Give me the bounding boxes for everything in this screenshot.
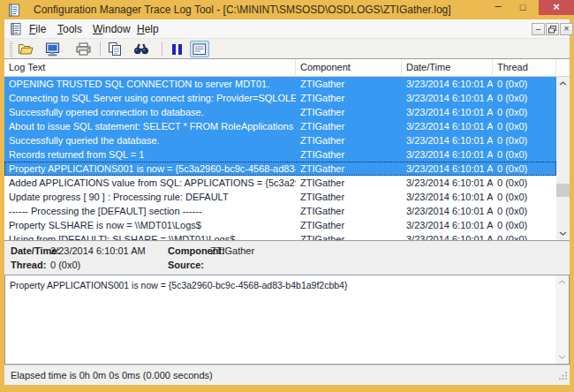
log-row[interactable]: Using from [DEFAULT]: SLSHARE = \\MDT01\… <box>4 232 556 240</box>
menu-tools[interactable]: Tools <box>54 22 86 36</box>
menu-window[interactable]: Window <box>89 22 134 36</box>
cmtrace-window: Configuration Manager Trace Log Tool - [… <box>0 0 574 392</box>
detail-thread-value: 0 (0x0) <box>50 260 80 270</box>
log-row[interactable]: Records returned from SQL = 1ZTIGather3/… <box>4 147 556 162</box>
title-bar[interactable]: Configuration Manager Trace Log Tool - [… <box>0 0 574 19</box>
log-cell: ZTIGather <box>296 147 402 162</box>
find-icon[interactable] <box>132 41 151 57</box>
log-row[interactable]: ------ Processing the [DEFAULT] section … <box>4 204 556 218</box>
log-row[interactable]: Added APPLICATIONS value from SQL: APPLI… <box>4 176 556 190</box>
log-cell: Added APPLICATIONS value from SQL: APPLI… <box>4 176 296 190</box>
log-cell: 0 (0x0) <box>493 133 556 147</box>
list-scrollbar[interactable] <box>556 77 570 240</box>
log-cell: Connecting to SQL Server using connect s… <box>4 91 296 105</box>
log-cell: 0 (0x0) <box>493 204 556 218</box>
log-cell: 3/23/2014 6:10:01 AM <box>402 162 493 176</box>
computer-icon[interactable] <box>42 41 62 57</box>
column-header-datetime[interactable]: Date/Time <box>402 59 493 77</box>
scrollbar-thumb[interactable] <box>556 184 570 197</box>
log-cell: ZTIGather <box>296 218 402 232</box>
scroll-up-icon[interactable] <box>556 77 570 90</box>
detail-datetime-value: 3/23/2014 6:10:01 AM <box>50 245 146 256</box>
log-cell: 3/23/2014 6:10:01 AM <box>402 119 493 133</box>
log-cell: 3/23/2014 6:10:01 AM <box>402 105 493 119</box>
log-cell: ZTIGather <box>296 133 402 147</box>
toolbar-separator <box>162 41 162 56</box>
minimize-button[interactable]: – <box>487 0 509 15</box>
list-header: Log Text Component Date/Time Thread <box>4 59 570 77</box>
document-icon <box>11 23 22 39</box>
mdi-close-button[interactable]: × <box>560 23 573 35</box>
log-cell: ZTIGather <box>296 162 402 176</box>
log-cell: Property APPLICATIONS001 is now = {5c3a2… <box>4 162 296 176</box>
menu-file[interactable]: File <box>26 22 49 36</box>
log-cell: Using from [DEFAULT]: SLSHARE = \\MDT01\… <box>4 232 296 240</box>
log-row[interactable]: Property APPLICATIONS001 is now = {5c3a2… <box>4 162 556 176</box>
app-icon <box>8 4 20 20</box>
toolbar-separator <box>100 41 101 56</box>
log-cell: 0 (0x0) <box>493 105 556 119</box>
open-file-icon[interactable] <box>16 41 35 57</box>
log-cell: Update progress [ 90 ] : Processing rule… <box>4 190 296 204</box>
log-cell: 0 (0x0) <box>493 218 556 232</box>
status-bar: Elapsed time is 0h 0m 0s 0ms (0.000 seco… <box>4 365 570 385</box>
log-row[interactable]: About to issue SQL statement: SELECT * F… <box>4 119 556 133</box>
copy-icon[interactable] <box>105 41 125 57</box>
log-cell: ZTIGather <box>296 91 402 105</box>
log-cell: 0 (0x0) <box>493 176 556 190</box>
pause-icon[interactable] <box>167 41 186 57</box>
log-cell: 0 (0x0) <box>493 232 556 240</box>
log-cell: 3/23/2014 6:10:01 AM <box>402 204 493 218</box>
toolbar <box>4 39 570 59</box>
log-row[interactable]: OPENING TRUSTED SQL CONNECTION to server… <box>4 77 556 91</box>
scroll-down-icon[interactable] <box>555 351 569 364</box>
column-header-logtext[interactable]: Log Text <box>4 59 296 77</box>
detail-textbox[interactable]: Property APPLICATIONS001 is now = {5c3a2… <box>4 275 570 365</box>
log-cell: 3/23/2014 6:10:01 AM <box>402 218 493 232</box>
scroll-down-icon[interactable] <box>556 227 570 240</box>
highlight-detail-icon[interactable] <box>190 41 209 57</box>
column-header-thread[interactable]: Thread <box>493 59 556 77</box>
log-cell: ZTIGather <box>296 204 402 218</box>
textbox-scrollbar[interactable] <box>555 275 569 364</box>
detail-thread-label: Thread: <box>11 260 46 270</box>
detail-text: Property APPLICATIONS001 is now = {5c3a2… <box>10 280 551 290</box>
window-title: Configuration Manager Trace Log Tool - [… <box>34 4 451 16</box>
log-list: Log Text Component Date/Time Thread OPEN… <box>4 59 570 240</box>
log-cell: ZTIGather <box>296 77 402 91</box>
mdi-restore-button[interactable] <box>546 23 559 35</box>
maximize-button[interactable]: □ <box>512 0 533 15</box>
log-cell: 3/23/2014 6:10:01 AM <box>402 91 493 105</box>
log-cell: Successfully queried the database. <box>4 133 296 147</box>
log-cell: 3/23/2014 6:10:01 AM <box>402 176 493 190</box>
toolbar-gripper[interactable] <box>10 41 12 57</box>
log-cell: OPENING TRUSTED SQL CONNECTION to server… <box>4 77 296 91</box>
log-cell: 3/23/2014 6:10:01 AM <box>402 133 493 147</box>
log-cell: ZTIGather <box>296 176 402 190</box>
log-row[interactable]: Connecting to SQL Server using connect s… <box>4 91 556 105</box>
log-cell: 3/23/2014 6:10:01 AM <box>402 77 493 91</box>
resize-grip-icon[interactable] <box>559 367 568 383</box>
scroll-up-icon[interactable] <box>555 275 569 289</box>
log-row[interactable]: Successfully queried the database.ZTIGat… <box>4 133 556 147</box>
log-cell: 0 (0x0) <box>493 147 556 162</box>
detail-source-label: Source: <box>168 260 204 270</box>
log-cell: ZTIGather <box>296 190 402 204</box>
log-cell: 0 (0x0) <box>493 119 556 133</box>
log-row[interactable]: Update progress [ 90 ] : Processing rule… <box>4 190 556 204</box>
log-row[interactable]: Property SLSHARE is now = \\MDT01\Logs$Z… <box>4 218 556 232</box>
log-cell: Records returned from SQL = 1 <box>4 147 296 162</box>
log-cell: 0 (0x0) <box>493 77 556 91</box>
status-text: Elapsed time is 0h 0m 0s 0ms (0.000 seco… <box>11 370 213 381</box>
log-cell: ZTIGather <box>296 119 402 133</box>
mdi-minimize-button[interactable]: – <box>532 23 545 35</box>
log-cell: 0 (0x0) <box>493 190 556 204</box>
log-cell: 3/23/2014 6:10:01 AM <box>402 232 493 240</box>
log-cell: 0 (0x0) <box>493 162 556 176</box>
print-icon[interactable] <box>73 41 93 57</box>
menu-help[interactable]: Help <box>133 22 162 36</box>
log-cell: 3/23/2014 6:10:01 AM <box>402 190 493 204</box>
log-row[interactable]: Successfully opened connection to databa… <box>4 105 556 119</box>
column-header-component[interactable]: Component <box>296 59 402 77</box>
close-button[interactable]: × <box>539 0 574 15</box>
